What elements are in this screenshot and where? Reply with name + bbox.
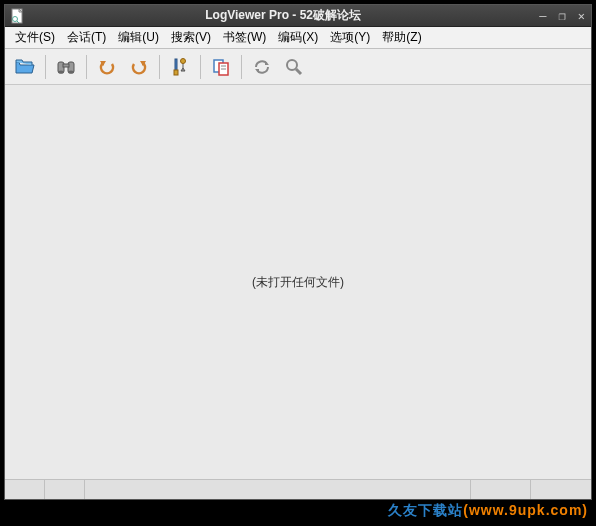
status-cell — [531, 480, 591, 499]
status-cell — [85, 480, 471, 499]
redo-arrow-icon — [128, 56, 150, 78]
app-icon — [9, 8, 25, 24]
svg-point-8 — [68, 70, 74, 73]
menu-options[interactable]: 选项(Y) — [324, 27, 376, 48]
toolbar-separator — [159, 55, 160, 79]
svg-point-7 — [58, 70, 64, 73]
menu-bookmark[interactable]: 书签(W) — [217, 27, 272, 48]
menu-session[interactable]: 会话(T) — [61, 27, 112, 48]
menu-encoding[interactable]: 编码(X) — [272, 27, 324, 48]
empty-file-message: (未打开任何文件) — [252, 274, 344, 291]
minimize-button[interactable]: — — [537, 9, 548, 23]
undo-arrow-icon — [96, 56, 118, 78]
statusbar — [5, 479, 591, 499]
svg-rect-12 — [174, 70, 178, 75]
svg-point-13 — [181, 58, 186, 63]
svg-point-20 — [287, 60, 297, 70]
svg-line-21 — [296, 69, 301, 74]
menu-edit[interactable]: 编辑(U) — [112, 27, 165, 48]
menu-search[interactable]: 搜索(V) — [165, 27, 217, 48]
window-title: LogViewer Pro - 52破解论坛 — [29, 7, 537, 24]
watermark-site: 久友下载站 — [388, 502, 463, 518]
status-cell — [45, 480, 85, 499]
settings-button[interactable] — [166, 53, 194, 81]
toolbar — [5, 49, 591, 85]
toolbar-separator — [200, 55, 201, 79]
svg-rect-6 — [63, 64, 69, 67]
menu-help[interactable]: 帮助(Z) — [376, 27, 427, 48]
content-area: (未打开任何文件) — [5, 85, 591, 479]
screwdriver-wrench-icon — [169, 56, 191, 78]
magnifier-icon — [283, 56, 305, 78]
svg-rect-11 — [175, 59, 177, 71]
binoculars-icon — [55, 56, 77, 78]
menu-file[interactable]: 文件(S) — [9, 27, 61, 48]
toolbar-separator — [45, 55, 46, 79]
redo-button[interactable] — [125, 53, 153, 81]
menubar: 文件(S) 会话(T) 编辑(U) 搜索(V) 书签(W) 编码(X) 选项(Y… — [5, 27, 591, 49]
folder-open-icon — [14, 56, 36, 78]
window-controls: — ❐ ✕ — [537, 9, 587, 23]
watermark-url: (www.9upk.com) — [463, 502, 588, 518]
toolbar-separator — [241, 55, 242, 79]
undo-button[interactable] — [93, 53, 121, 81]
open-file-button[interactable] — [11, 53, 39, 81]
titlebar: LogViewer Pro - 52破解论坛 — ❐ ✕ — [5, 5, 591, 27]
refresh-icon — [251, 56, 273, 78]
find-button[interactable] — [52, 53, 80, 81]
zoom-button[interactable] — [280, 53, 308, 81]
status-cell — [5, 480, 45, 499]
refresh-button[interactable] — [248, 53, 276, 81]
close-button[interactable]: ✕ — [576, 9, 587, 23]
app-window: LogViewer Pro - 52破解论坛 — ❐ ✕ 文件(S) 会话(T)… — [4, 4, 592, 500]
status-cell — [471, 480, 531, 499]
copy-pages-icon — [210, 56, 232, 78]
toolbar-separator — [86, 55, 87, 79]
watermark: 久友下载站(www.9upk.com) — [388, 502, 588, 520]
maximize-button[interactable]: ❐ — [557, 9, 568, 23]
copy-button[interactable] — [207, 53, 235, 81]
